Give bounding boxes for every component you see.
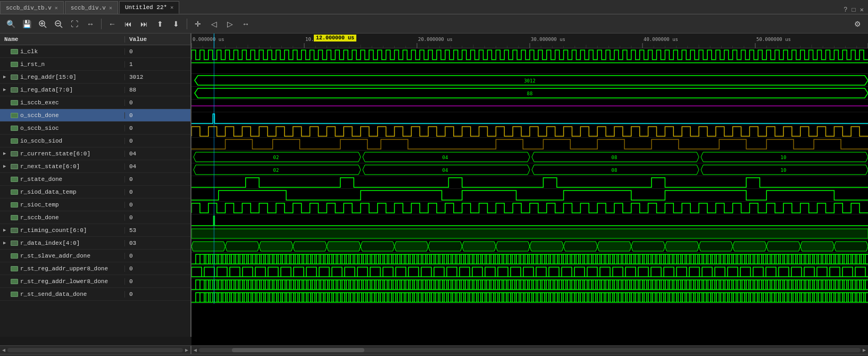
signal-row[interactable]: o_sccb_sioc0 — [0, 122, 190, 135]
signal-value-cell: 04 — [125, 163, 136, 170]
tab-close-icon[interactable]: ✕ — [109, 5, 112, 11]
signal-row[interactable]: ▶r_data_index[4:0]03 — [0, 237, 190, 250]
signal-name-label: r_st_reg_addr_upper8_done — [20, 266, 108, 272]
save-button[interactable]: 💾 — [19, 17, 34, 31]
signal-name-label: o_sccb_done — [20, 112, 59, 119]
signal-row[interactable]: io_sccb_siod0 — [0, 135, 190, 147]
signal-name-cell: ▶r_data_index[4:0] — [0, 240, 125, 246]
tab-untitled[interactable]: Untitled 22* ✕ — [119, 1, 179, 14]
signal-name-label: i_rst_n — [20, 61, 45, 68]
wave-export-button[interactable]: ⬇ — [169, 17, 183, 31]
expand-icon[interactable]: ▶ — [3, 163, 9, 169]
signal-value-cell: 0 — [125, 291, 133, 297]
signal-name-cell: ▶r_current_state[6:0] — [0, 151, 125, 157]
signal-panel[interactable]: Name Value i_clk0 i_rst_n1▶i_reg_addr[15… — [0, 34, 191, 337]
expand-icon[interactable]: ▶ — [3, 151, 9, 156]
signal-name-cell: r_siod_data_temp — [0, 189, 125, 195]
wave-svg — [191, 138, 868, 151]
separator — [101, 19, 102, 29]
toolbar-right: ⚙ — [850, 17, 865, 31]
signal-row[interactable]: r_st_reg_addr_upper8_done0 — [0, 262, 190, 275]
marker-b-button[interactable]: ▷ — [222, 17, 237, 31]
expand-button[interactable]: ↔ — [83, 17, 98, 31]
signal-row[interactable]: r_st_slave_addr_done0 — [0, 250, 190, 262]
expand-icon[interactable]: ▶ — [3, 240, 9, 246]
tab-close-icon[interactable]: ✕ — [170, 4, 173, 11]
signal-row[interactable]: r_state_done0 — [0, 173, 190, 186]
signal-name-label: i_clk — [20, 48, 38, 55]
wave-svg: 08080808080808080808 — [191, 240, 868, 253]
svg-text:04: 04 — [443, 155, 448, 160]
wave-row: 02040810 — [191, 163, 868, 176]
signal-row[interactable]: i_rst_n1 — [0, 58, 190, 71]
skip-end-button[interactable]: ⏭ — [137, 17, 152, 31]
tab-close-icon[interactable]: ✕ — [55, 5, 58, 11]
wave-row — [191, 48, 868, 61]
signal-name-label: r_state_done — [20, 176, 62, 183]
signal-type-icon — [11, 113, 18, 118]
signal-row[interactable]: ▶r_timing_count[6:0]53 — [0, 224, 190, 237]
signal-value-cell: 0 — [125, 138, 133, 144]
signal-row[interactable]: i_clk0 — [0, 45, 190, 58]
time-ruler: 12.000000 us 0.000000 us10.000000 us20.0… — [191, 34, 868, 48]
tab-sccb-div[interactable]: sccb_div.v ✕ — [65, 1, 118, 14]
zoom-out-button[interactable] — [51, 17, 66, 31]
signal-type-icon — [11, 292, 18, 297]
signal-name-label: r_next_state[6:0] — [20, 163, 80, 170]
signal-type-icon — [11, 279, 18, 284]
svg-text:08: 08 — [612, 155, 617, 160]
tab-label: Untitled 22* — [125, 4, 167, 11]
signal-type-icon — [11, 87, 18, 93]
tab-label: sccb_div_tb.v — [6, 5, 52, 11]
cursor-button[interactable]: ✛ — [190, 17, 205, 31]
signal-type-icon — [11, 100, 18, 105]
close-window-icon[interactable]: ✕ — [860, 6, 864, 14]
signal-row[interactable]: ▶i_reg_addr[15:0]3012 — [0, 71, 190, 84]
window-icon[interactable]: □ — [852, 6, 856, 14]
svg-text:50.000000 us: 50.000000 us — [756, 37, 791, 42]
expand-icon[interactable]: ▶ — [3, 74, 9, 80]
signal-type-icon — [11, 266, 18, 271]
signal-row[interactable]: i_sccb_exec0 — [0, 96, 190, 109]
help-icon[interactable]: ? — [844, 6, 847, 14]
wave-svg — [191, 291, 868, 304]
signal-row[interactable]: o_sccb_done0 — [0, 109, 190, 122]
marker-a-button[interactable]: ◁ — [206, 17, 221, 31]
wave-import-button[interactable]: ⬆ — [153, 17, 168, 31]
tab-sccb-div-tb[interactable]: sccb_div_tb.v ✕ — [0, 1, 64, 14]
search-button[interactable]: 🔍 — [3, 17, 18, 31]
signal-row[interactable]: r_st_send_data_done0 — [0, 288, 190, 301]
signal-row[interactable]: r_siod_data_temp0 — [0, 186, 190, 198]
wave-rows-container: 3012880204081002040810080808080808080808… — [191, 48, 868, 337]
ruler-button[interactable]: ↔ — [238, 17, 253, 31]
signal-row[interactable]: ▶i_reg_data[7:0]88 — [0, 84, 190, 96]
wave-row — [191, 112, 868, 125]
svg-text:08: 08 — [612, 168, 617, 173]
zoom-in-button[interactable] — [35, 17, 50, 31]
skip-start-button[interactable]: ⏮ — [121, 17, 136, 31]
signal-row[interactable]: r_st_reg_addr_lower8_done0 — [0, 275, 190, 288]
settings-button[interactable]: ⚙ — [850, 17, 865, 31]
signal-row[interactable]: r_sioc_temp0 — [0, 198, 190, 211]
wave-row — [191, 266, 868, 278]
wave-row: 88 — [191, 87, 868, 100]
prev-button[interactable]: ← — [105, 17, 120, 31]
main-container: Name Value i_clk0 i_rst_n1▶i_reg_addr[15… — [0, 34, 868, 345]
signal-row[interactable]: r_sccb_done0 — [0, 211, 190, 224]
signal-name-cell: r_st_reg_addr_upper8_done — [0, 266, 125, 272]
signal-type-icon — [11, 228, 18, 233]
signal-name-label: r_siod_data_temp — [20, 189, 77, 195]
svg-text:0.000000 us: 0.000000 us — [193, 37, 224, 42]
expand-icon[interactable]: ▶ — [3, 227, 9, 233]
svg-text:88: 88 — [527, 91, 533, 96]
expand-icon[interactable]: ▶ — [3, 87, 9, 93]
signal-name-cell: r_sioc_temp — [0, 202, 125, 208]
signal-row[interactable]: ▶r_next_state[6:0]04 — [0, 160, 190, 173]
wave-svg: 02040810 — [191, 151, 868, 163]
signal-row[interactable]: ▶r_current_state[6:0]04 — [0, 147, 190, 160]
signal-type-icon — [11, 241, 18, 246]
zoom-fit-button[interactable]: ⛶ — [67, 17, 82, 31]
signal-value-cell: 0 — [125, 278, 133, 285]
wave-row — [191, 214, 868, 227]
svg-text:30.000000 us: 30.000000 us — [531, 37, 565, 42]
